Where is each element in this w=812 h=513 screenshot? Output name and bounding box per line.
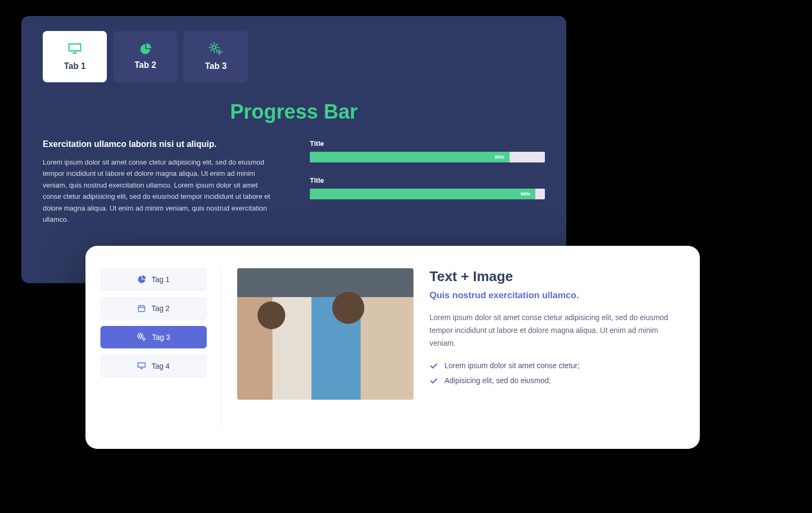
progress-panel: Tab 1 Tab 2 Tab 3 Progress Bar Exercitat… [21,16,566,283]
progress-list: Title 85% Title 96% [310,139,545,226]
desktop-icon [137,362,146,370]
check-text: Adipisicing elit, sed do eiusmod; [444,376,551,385]
text-image-title: Text + Image [430,268,678,285]
gears-icon [137,332,146,342]
text-image-panel: Tag 1 Tag 2 Tag 3 Tag 4 Text + Image Qui… [85,246,700,449]
tag-4[interactable]: Tag 4 [100,355,207,377]
check-list: Lorem ipsum dolor sit amet conse ctetur;… [430,361,678,385]
progress-label: 96% [520,191,530,197]
tab-label: Tab 1 [64,61,86,71]
pie-chart-icon [137,275,146,284]
tag-label: Tag 1 [151,275,169,284]
pie-chart-icon [139,43,151,55]
calendar-icon [137,304,146,313]
progress-title: Title [310,139,545,147]
progress-fill: 96% [310,189,535,199]
body-text: Lorem ipsum dolor sit amet conse ctetur … [43,157,278,226]
tab-label: Tab 2 [135,60,157,70]
tag-3[interactable]: Tag 3 [100,326,207,348]
tag-list: Tag 1 Tag 2 Tag 3 Tag 4 [100,268,221,426]
progress-title: Title [310,176,545,184]
tag-label: Tag 4 [151,362,169,370]
content-left: Exercitation ullamco laboris nisi ut ali… [43,139,278,226]
content-row: Exercitation ullamco laboris nisi ut ali… [43,139,545,226]
group-photo [237,268,413,400]
section-title: Progress Bar [43,100,545,123]
tab-3[interactable]: Tab 3 [184,31,248,82]
desktop-icon [68,42,82,56]
tag-label: Tag 2 [151,304,169,313]
text-image-subtitle: Quis nostrud exercitation ullamco. [430,290,678,301]
gears-icon [209,42,223,56]
tag-2[interactable]: Tag 2 [100,297,207,320]
tab-list: Tab 1 Tab 2 Tab 3 [43,31,545,82]
text-image-body: Lorem ipsum dolor sit amet conse ctetur … [430,312,678,349]
check-icon [430,377,438,384]
tag-1[interactable]: Tag 1 [100,268,207,291]
lead-text: Exercitation ullamco laboris nisi ut ali… [43,139,278,149]
tab-2[interactable]: Tab 2 [113,31,177,82]
tab-label: Tab 3 [205,61,227,71]
check-item: Lorem ipsum dolor sit amet conse ctetur; [430,361,678,370]
progress-item-2: Title 96% [310,176,545,199]
check-text: Lorem ipsum dolor sit amet conse ctetur; [444,361,580,370]
progress-track: 96% [310,189,545,199]
image-column [237,268,413,426]
check-item: Adipisicing elit, sed do eiusmod; [430,376,678,385]
progress-track: 85% [310,152,545,162]
tab-1[interactable]: Tab 1 [43,31,107,82]
progress-item-1: Title 85% [310,139,545,162]
progress-fill: 85% [310,152,510,162]
check-icon [430,362,438,369]
progress-label: 85% [495,154,504,160]
text-column: Text + Image Quis nostrud exercitation u… [430,268,678,426]
tag-label: Tag 3 [152,333,170,341]
